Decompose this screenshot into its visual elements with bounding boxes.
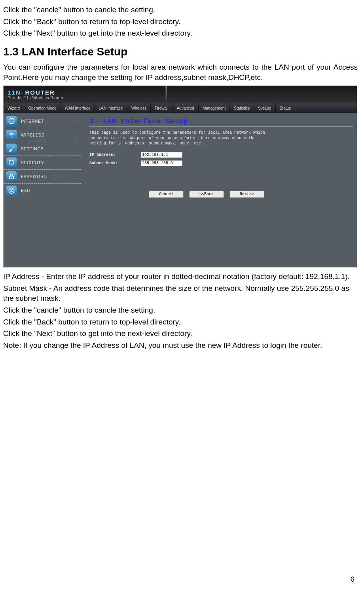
ip-input[interactable]	[141, 152, 182, 158]
next-button[interactable]: Next>>	[229, 191, 264, 198]
ip-label: IP Address:	[89, 153, 141, 157]
router-header: 11n-ROUTER Portable11n Wireless Router	[4, 86, 357, 103]
after-line-4: Click the "Back" button to return to top…	[3, 317, 358, 327]
router-screenshot: 11n-ROUTER Portable11n Wireless Router W…	[3, 85, 357, 267]
antenna-graphic	[165, 86, 167, 103]
mask-label: Subnet Mask:	[89, 161, 141, 165]
section-intro-para: You can configure the parameters for loc…	[3, 62, 358, 82]
sidebar-label: WIRELESS	[21, 133, 45, 137]
nav-statistics[interactable]: Statistics	[230, 103, 254, 113]
sidebar-label: PASSWORD	[21, 175, 47, 179]
nav-wireless[interactable]: Wireless	[127, 103, 151, 113]
brand-prefix: 11n-	[8, 89, 24, 96]
router-panel: 3. LAN Interface Setup This page is used…	[81, 113, 357, 267]
shield-icon	[6, 157, 17, 168]
topnav: Wizard Operation Mode WAN Interface LAN …	[4, 103, 357, 113]
close-icon	[6, 185, 17, 196]
section-heading: 1.3 LAN Interface Setup	[3, 46, 358, 58]
intro-line-1: Click the "cancle" button to cancle the …	[3, 5, 358, 15]
globe-icon	[6, 116, 17, 127]
sidebar-item-exit[interactable]: EXIT	[4, 184, 81, 197]
router-sidebar: INTERNET WIRELESS SETTINGS SECURITY PASS…	[4, 113, 81, 267]
after-line-5: Click the "Next" button to get into the …	[3, 328, 358, 339]
sidebar-item-settings[interactable]: SETTINGS	[4, 142, 81, 156]
mask-input[interactable]	[141, 160, 182, 166]
nav-wizard[interactable]: Wizard	[4, 103, 24, 113]
nav-advanced[interactable]: Advanced	[173, 103, 198, 113]
intro-line-3: Click the "Next" button to get into the …	[3, 28, 358, 38]
intro-line-2: Click the "Back" button to return to top…	[3, 17, 358, 27]
brand-sub: Portable11n Wireless Router	[8, 96, 63, 100]
nav-operation-mode[interactable]: Operation Mode	[24, 103, 61, 113]
sidebar-label: EXIT	[21, 188, 31, 193]
brand-suffix: ROUTER	[25, 89, 55, 96]
svg-point-1	[11, 137, 12, 137]
nav-status[interactable]: Status	[276, 103, 295, 113]
form-row-ip: IP Address:	[89, 152, 353, 158]
after-line-1: IP Address - Enter the IP address of you…	[3, 271, 358, 282]
nav-lan-interface[interactable]: LAN Interface	[95, 103, 127, 113]
sidebar-item-security[interactable]: SECURITY	[4, 156, 81, 170]
lock-icon	[6, 171, 17, 182]
panel-description: This page is used to configure the param…	[89, 130, 271, 146]
sidebar-label: SECURITY	[21, 161, 44, 165]
router-brand: 11n-ROUTER Portable11n Wireless Router	[4, 87, 67, 102]
sidebar-item-internet[interactable]: INTERNET	[4, 114, 81, 128]
sidebar-label: INTERNET	[21, 119, 44, 123]
panel-button-row: Cancel <<Back Next>>	[89, 191, 353, 198]
back-button[interactable]: <<Back	[189, 191, 224, 198]
sidebar-label: SETTINGS	[21, 147, 44, 151]
after-line-2: Subnet Mask - An address code that deter…	[3, 283, 358, 304]
nav-firewall[interactable]: Firewall	[151, 103, 173, 113]
cancel-button[interactable]: Cancel	[149, 191, 184, 198]
panel-title: 3. LAN Interface Setup	[89, 118, 353, 125]
panel-divider	[89, 126, 353, 127]
svg-rect-2	[9, 176, 14, 179]
form-row-mask: Subnet Mask:	[89, 160, 353, 166]
after-line-3: Click the "cancle" button to cancle the …	[3, 305, 358, 315]
page-number: 6	[350, 575, 355, 584]
sidebar-item-password[interactable]: PASSWORD	[4, 170, 81, 184]
nav-syslog[interactable]: SysLog	[254, 103, 275, 113]
nav-management[interactable]: Management	[199, 103, 230, 113]
sidebar-item-wireless[interactable]: WIRELESS	[4, 128, 81, 142]
after-line-6: Note: If you change the IP Address of LA…	[3, 340, 358, 351]
wifi-icon	[6, 129, 17, 140]
tools-icon	[6, 143, 17, 154]
nav-wan-interface[interactable]: WAN Interface	[61, 103, 95, 113]
